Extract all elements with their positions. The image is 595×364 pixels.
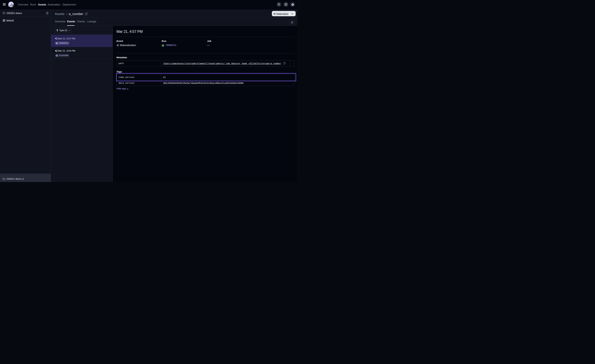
svg-text:?: ? <box>285 3 286 5</box>
